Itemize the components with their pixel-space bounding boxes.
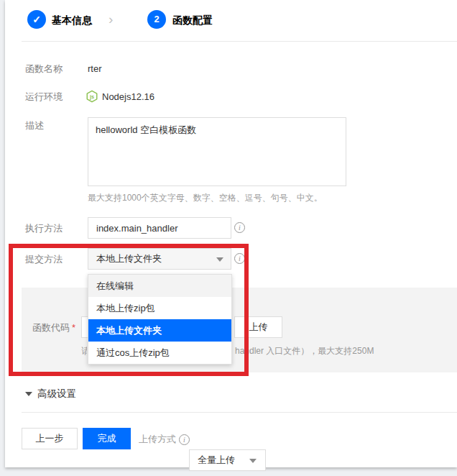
description-label: 描述 [25,120,44,131]
info-icon[interactable]: i [234,222,245,233]
submit-method-select[interactable]: 本地上传文件夹 [88,248,231,270]
advanced-settings-label: 高级设置 [37,388,76,400]
dropdown-option-cos-zip[interactable]: 通过cos上传zip包 [88,342,231,364]
dropdown-option-local-zip[interactable]: 本地上传zip包 [88,297,231,319]
step1-done-circle[interactable]: ✓ [27,10,46,29]
required-asterisk: * [72,322,75,333]
function-code-label: 函数代码* [32,322,75,333]
description-textarea[interactable]: helloworld 空白模板函数 [88,117,346,186]
description-hint: 最大支持1000个英文字母、数字、空格、逗号、句号、中文。 [88,193,323,203]
check-icon: ✓ [32,14,41,25]
svg-text:js: js [89,93,94,100]
handler-input[interactable] [88,217,231,239]
runtime-value: Nodejs12.16 [102,91,154,102]
upload-mode-label: 上传方式 i [139,433,190,446]
triangle-down-icon [25,392,32,396]
nodejs-icon: js [86,90,98,103]
chevron-down-icon [216,257,223,262]
function-name-value: rter [88,63,102,74]
upload-mode-select[interactable]: 全量上传 [189,449,266,471]
upload-button[interactable]: 上传 [234,316,282,338]
submit-method-label: 提交方法 [25,254,63,265]
advanced-settings-toggle[interactable]: 高级设置 [25,388,76,400]
header-divider [22,41,457,42]
handler-label: 执行方法 [25,223,63,234]
submit-method-selected-value: 本地上传文件夹 [96,253,162,264]
dropdown-option-online-edit[interactable]: 在线编辑 [88,275,231,297]
footer-divider [22,412,457,413]
finish-button[interactable]: 完成 [83,428,131,449]
step1-label[interactable]: 基本信息 [52,14,92,26]
code-note: handler 入口文件），最大支持250M [235,346,374,357]
submit-method-dropdown-menu: 在线编辑 本地上传zip包 本地上传文件夹 通过cos上传zip包 [88,274,232,365]
chevron-right-icon: › [109,12,113,26]
info-icon[interactable]: i [234,253,245,264]
function-name-label: 函数名称 [25,63,63,74]
step2-number: 2 [154,14,159,24]
code-note-clipped: 请 [81,346,87,357]
step2-number-circle: 2 [147,10,166,29]
page: ✓ 基本信息 › 2 函数配置 函数名称 rter 运行环境 js Nodejs… [0,0,457,476]
chevron-down-icon [249,459,257,463]
previous-step-button[interactable]: 上一步 [22,428,78,449]
dropdown-option-local-folder[interactable]: 本地上传文件夹 [88,319,231,342]
step2-label: 函数配置 [172,14,213,26]
info-icon[interactable]: i [179,434,190,445]
runtime-label: 运行环境 [25,91,63,102]
upload-mode-selected-value: 全量上传 [198,454,235,465]
